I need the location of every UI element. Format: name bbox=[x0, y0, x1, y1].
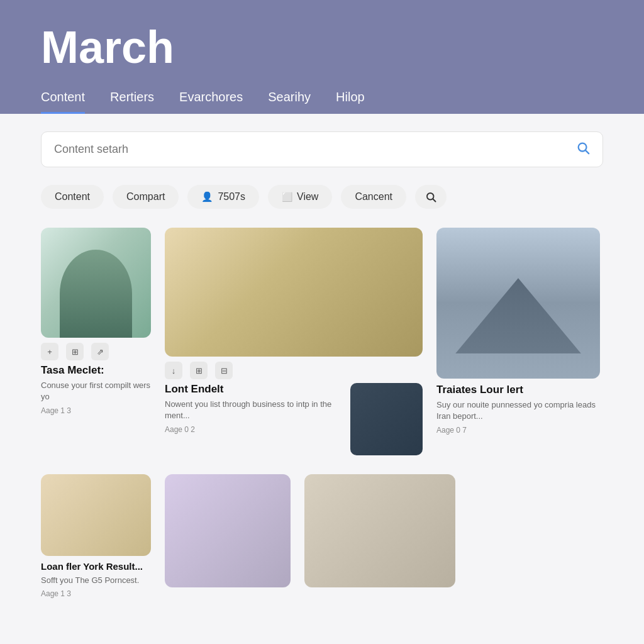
tab-hilop[interactable]: Hilop bbox=[336, 90, 365, 114]
search-button[interactable] bbox=[576, 141, 590, 158]
tab-searihy[interactable]: Searihy bbox=[268, 90, 311, 114]
card-4-image bbox=[436, 228, 600, 379]
card-1-desc: Conuse your first compilt wers yo bbox=[41, 380, 151, 402]
svg-point-0 bbox=[579, 143, 587, 152]
search-icon bbox=[576, 141, 590, 155]
card-2-actions: ↓ ⊞ ⊟ bbox=[165, 362, 423, 379]
person-icon: 👤 bbox=[201, 191, 213, 203]
view-icon: ⬜ bbox=[282, 192, 292, 202]
action-minus[interactable]: ⊟ bbox=[215, 362, 233, 379]
filter-view[interactable]: ⬜ View bbox=[268, 185, 332, 209]
card-5-desc: Sofft you The G5 Porncest. bbox=[41, 575, 151, 586]
search-input[interactable] bbox=[54, 143, 576, 156]
card-2-title: Lont Endelt bbox=[165, 383, 339, 396]
tab-evarchores[interactable]: Evarchores bbox=[179, 90, 243, 114]
card-3-image bbox=[350, 383, 423, 455]
card-1: + ⊞ ⇗ Tasa Meclet: Conuse your first com… bbox=[41, 228, 151, 414]
card-5-image bbox=[41, 474, 151, 556]
card-2-meta: Aage 0 2 bbox=[165, 425, 339, 434]
action-grid[interactable]: ⊞ bbox=[66, 343, 84, 360]
svg-line-1 bbox=[586, 151, 589, 154]
card-2: ↓ ⊞ ⊟ Lont Endelt Nowent you list throug… bbox=[165, 228, 423, 455]
svg-line-3 bbox=[433, 199, 436, 202]
action-down[interactable]: ↓ bbox=[165, 362, 182, 379]
card-1-title: Tasa Meclet: bbox=[41, 364, 151, 377]
card-5-meta: Aage 1 3 bbox=[41, 589, 151, 598]
filter-search-icon bbox=[425, 191, 436, 203]
filter-row: Content Compart 👤 7507s ⬜ View Cancent bbox=[41, 185, 603, 209]
card-1-actions: + ⊞ ⇗ bbox=[41, 343, 151, 360]
filter-cancent[interactable]: Cancent bbox=[341, 185, 406, 209]
tab-content[interactable]: Content bbox=[41, 90, 85, 114]
filter-content-label: Content bbox=[55, 191, 90, 203]
card-4-meta: Aage 0 7 bbox=[436, 426, 603, 435]
card-6-image bbox=[165, 474, 291, 587]
cards-row-1: + ⊞ ⇗ Tasa Meclet: Conuse your first com… bbox=[41, 228, 603, 455]
card-5-title: Loan fler York Result... bbox=[41, 561, 151, 572]
filter-7507s[interactable]: 👤 7507s bbox=[187, 185, 259, 209]
svg-point-2 bbox=[427, 193, 434, 200]
card-4-title: Traiates Lour lert bbox=[436, 384, 603, 396]
card-1-meta: Aage 1 3 bbox=[41, 406, 151, 415]
nav-tabs: Content Rertiers Evarchores Searihy Hilo… bbox=[41, 90, 603, 114]
filter-compart-label: Compart bbox=[126, 191, 165, 203]
main-content: Content Compart 👤 7507s ⬜ View Cancent bbox=[0, 114, 644, 638]
action-grid2[interactable]: ⊞ bbox=[190, 362, 208, 379]
cards-row-2: Loan fler York Result... Sofft you The G… bbox=[41, 474, 603, 598]
filter-view-label: View bbox=[297, 191, 318, 203]
filter-compart[interactable]: Compart bbox=[113, 185, 179, 209]
card-2-image bbox=[165, 228, 423, 357]
card-2-body: Lont Endelt Nowent you list through busi… bbox=[165, 383, 423, 455]
action-add[interactable]: + bbox=[41, 343, 58, 360]
page-title: March bbox=[41, 23, 603, 72]
action-share[interactable]: ⇗ bbox=[91, 343, 109, 360]
card-7 bbox=[304, 474, 455, 587]
card-2-desc: Nowent you list through business to intp… bbox=[165, 399, 339, 421]
filter-7507s-label: 7507s bbox=[218, 191, 245, 203]
card-1-image bbox=[41, 228, 151, 338]
card-2-text: Lont Endelt Nowent you list through busi… bbox=[165, 383, 339, 433]
card-4-desc: Suy our nouite punnessed yo compria lead… bbox=[436, 399, 603, 422]
filter-content[interactable]: Content bbox=[41, 185, 104, 209]
card-4: Traiates Lour lert Suy our nouite punnes… bbox=[436, 228, 603, 434]
filter-search-icon-btn[interactable] bbox=[415, 185, 447, 209]
card-7-image bbox=[304, 474, 455, 587]
search-bar bbox=[41, 131, 603, 167]
card-5: Loan fler York Result... Sofft you The G… bbox=[41, 474, 151, 598]
header: March Content Rertiers Evarchores Searih… bbox=[0, 0, 644, 114]
card-6 bbox=[165, 474, 291, 587]
filter-cancent-label: Cancent bbox=[355, 191, 392, 203]
tab-rertiers[interactable]: Rertiers bbox=[110, 90, 154, 114]
